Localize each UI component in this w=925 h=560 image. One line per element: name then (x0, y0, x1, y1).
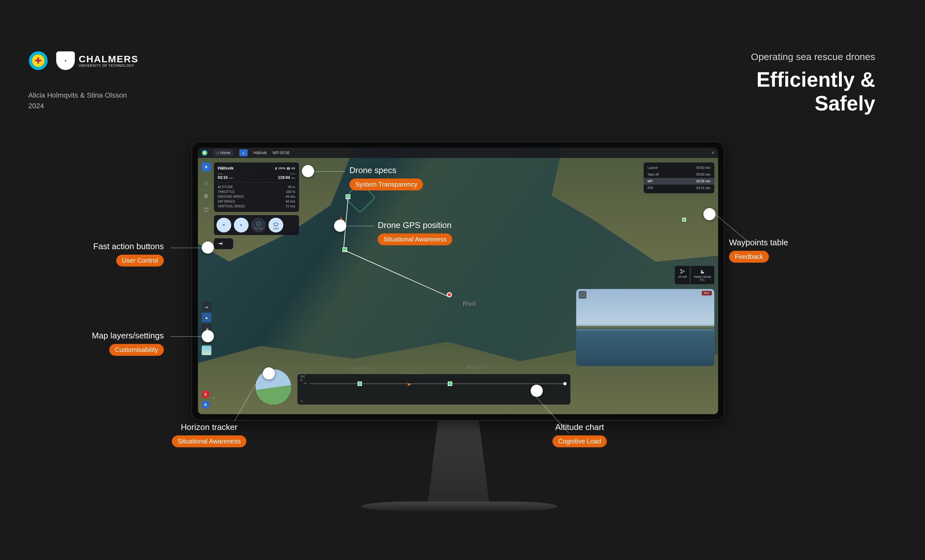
camera-feed[interactable]: ⛶ REC (576, 289, 714, 366)
status-markers: S A (202, 390, 209, 408)
map-label-rivo: Rivö (463, 300, 476, 308)
chart-ylabel: [m] (301, 375, 305, 378)
close-icon[interactable]: × (711, 150, 714, 156)
callout-anchor-actions (202, 241, 214, 254)
spec-value: 44 m/s (286, 200, 295, 203)
conditions-card: Partly Cloudy 6°C (690, 266, 714, 284)
action-wpsight-button[interactable]: WP sight (251, 218, 266, 232)
layer-basemap-button[interactable] (202, 346, 211, 355)
layer-clouds-button[interactable]: ☁ (202, 302, 211, 312)
eta-unit: min (229, 177, 233, 179)
callout-gps: Drone GPS position Situational Awareness (378, 220, 452, 245)
chart-waypoint-marker (357, 381, 362, 386)
zoom-out-button[interactable]: − (212, 401, 215, 406)
heading-indicator (214, 238, 233, 249)
chart-tick: 80 (300, 379, 303, 381)
waypoint-indicator-icon (682, 218, 686, 221)
callout-tag: User Control (116, 254, 164, 266)
callout-title: Drone GPS position (378, 220, 452, 230)
chart-tick: 40 (304, 382, 307, 385)
nav-home-icon[interactable]: ⌂ (202, 178, 211, 187)
callout-layers: Map layers/settings Customisability (92, 331, 164, 356)
ssrs-logo (27, 50, 49, 72)
callout-drone-specs: Drone specs System Transparency (350, 166, 423, 190)
wind-icon (679, 268, 685, 274)
chalmers-crest-icon: ✦ (56, 51, 75, 70)
monitor-stand (427, 417, 490, 507)
quick-actions-panel: WP sight Loiter (214, 215, 299, 235)
conditions-value: 6°C (694, 278, 711, 282)
slide-overline: Operating sea rescue drones (751, 51, 875, 62)
eta-label: ETA (218, 172, 257, 175)
camera-horizon (576, 326, 714, 329)
add-button[interactable]: + (202, 163, 211, 172)
ete-unit: min (291, 177, 295, 179)
svg-point-0 (257, 222, 261, 226)
action-loiter-button[interactable]: Loiter (268, 218, 283, 232)
wp-label: Launch (648, 166, 658, 170)
callout-tag: System Transparency (350, 179, 423, 190)
spec-rows: ALTITUDE40 m THROTTLE100 % GROUND SPEED4… (218, 182, 295, 209)
spec-label: GROUND SPEED (218, 195, 244, 199)
plane-icon (217, 242, 224, 245)
callout-altitude: Altitude chart Cognitive Load (553, 422, 607, 447)
callout-tag: Customisability (109, 344, 164, 356)
tab-drone[interactable]: ▴ (239, 149, 248, 157)
chevron-down-icon (221, 222, 227, 228)
spec-row: AIR SPEED44 m/s (218, 199, 295, 204)
signal-icon: ▮▮ (287, 167, 290, 170)
chart-line (310, 383, 566, 384)
weather-widget: 10 m/s Partly Cloudy 6°C (675, 266, 714, 284)
callout-title: Map layers/settings (92, 331, 164, 341)
callout-wp-table: Waypoints table Feedback (729, 238, 788, 263)
callout-title: Waypoints table (729, 238, 788, 248)
slide-title-line1: Efficiently & (751, 68, 875, 92)
home-icon: ⌂ (217, 151, 219, 155)
nav-fleet-icon[interactable]: Fleetinfo (202, 205, 211, 214)
drone-name: Hällsvik (218, 166, 234, 170)
expand-icon[interactable]: ⛶ (579, 291, 586, 299)
flight-path-segment (345, 250, 448, 297)
marker-a[interactable]: A (202, 401, 209, 408)
spec-label: ALTITUDE (218, 185, 233, 189)
battery-icon: ▮ (275, 167, 277, 170)
action-label: Loiter (273, 227, 279, 230)
nav-icon-stack: ⌂ 🗎 Fleetinfo (202, 178, 211, 214)
tab-home-label: Home (220, 151, 230, 155)
callout-anchor-specs (302, 165, 314, 177)
callout-title: Altitude chart (555, 422, 604, 432)
nav-doc-icon[interactable]: 🗎 (202, 192, 211, 201)
wp-value: 03:15 min (696, 186, 710, 190)
action-back-button[interactable] (217, 218, 231, 232)
callout-anchor-wptable (704, 208, 716, 220)
signal-value: 4G (291, 167, 295, 170)
marker-s[interactable]: S (202, 390, 209, 398)
map-label-galtero: Galterö (350, 364, 372, 372)
conditions-label: Partly Cloudy (694, 275, 711, 278)
spec-value: 44 m/s (286, 195, 295, 199)
callout-title: Horizon tracker (181, 422, 237, 432)
tab-home[interactable]: ⌂ Home (213, 149, 234, 157)
spec-row: THROTTLE100 % (218, 190, 295, 194)
zoom-in-button[interactable]: + (212, 396, 215, 400)
target-icon (256, 221, 261, 227)
app-screen: Grötö Rivö Galterö Brännö Asperö ⌂ Home … (198, 148, 718, 414)
slide-title: Operating sea rescue drones Efficiently … (751, 51, 875, 115)
chart-endpoint (563, 382, 566, 385)
wp-label: POI (648, 186, 653, 190)
poi-marker[interactable] (447, 292, 452, 297)
authors-names: Alicia Holmqvits & Stina Olsson (28, 90, 127, 101)
callout-anchor-layers (202, 330, 214, 342)
app-topbar: ⌂ Home ▴ Hällsvik WP 00:56 × (198, 148, 718, 158)
slide-title-line2: Safely (751, 92, 875, 116)
wind-card: 10 m/s (675, 266, 690, 284)
layer-nav-button[interactable]: ▲ (202, 313, 211, 322)
spec-label: AIR SPEED (218, 200, 235, 203)
authors: Alicia Holmqvits & Stina Olsson 2024 (28, 90, 127, 111)
authors-year: 2024 (28, 101, 127, 111)
action-next-button[interactable] (234, 218, 249, 232)
svg-point-1 (701, 270, 703, 272)
power-icon (273, 221, 279, 227)
altitude-chart: [m] 80 40 20 ➤ (297, 374, 570, 405)
left-panel-stack: Hällsvik ▮ 100% ▮▮ 4G ETA 03:15 min ETE (214, 163, 299, 249)
